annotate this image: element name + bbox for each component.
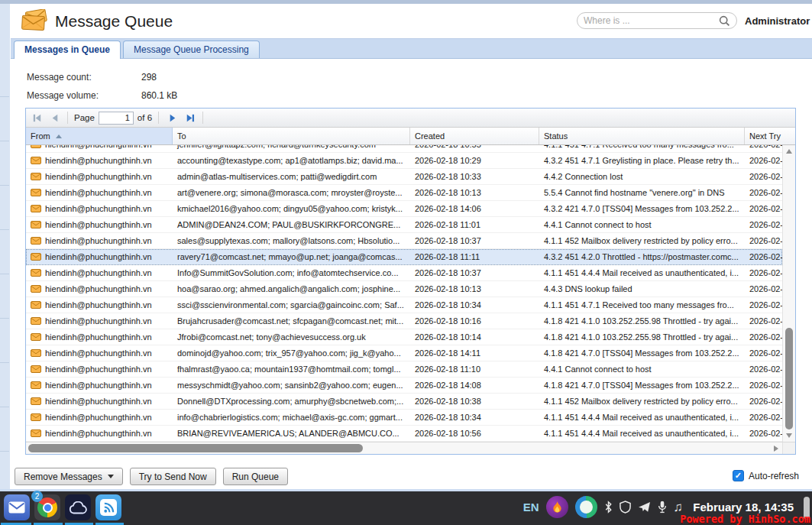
table-row[interactable]: hiendinh@phuchungthinh.vn jennifer@light… bbox=[26, 145, 782, 153]
auto-refresh-checkbox[interactable]: ✓ bbox=[733, 470, 744, 481]
created-cell: 2026-02-18 14:11 bbox=[410, 345, 539, 361]
scroll-up-icon[interactable] bbox=[783, 145, 795, 157]
message-queue-window: Message Queue Administrator Messages in … bbox=[11, 4, 812, 489]
bluetooth-icon[interactable] bbox=[604, 501, 613, 514]
column-header-from[interactable]: From bbox=[26, 128, 173, 144]
tab-message-queue-processing[interactable]: Message Queue Processing bbox=[123, 41, 260, 58]
last-page-icon[interactable] bbox=[183, 111, 196, 125]
remove-messages-button[interactable]: Remove Messages bbox=[15, 468, 123, 485]
envelope-icon bbox=[31, 413, 41, 421]
search-input[interactable] bbox=[584, 15, 716, 26]
envelope-icon bbox=[31, 269, 41, 277]
horizontal-scrollbar[interactable] bbox=[26, 442, 795, 454]
table-row[interactable]: hiendinh@phuchungthinh.vn admin@atlas-mu… bbox=[26, 169, 782, 185]
vertical-scrollbar-thumb[interactable] bbox=[785, 328, 793, 429]
created-cell: 2026-02-18 10:37 bbox=[410, 233, 539, 248]
table-row[interactable]: hiendinh@phuchungthinh.vn BRIAN@REVIVEAM… bbox=[26, 426, 782, 442]
column-header-next-try[interactable]: Next Try bbox=[745, 128, 795, 144]
shield-icon[interactable] bbox=[620, 501, 631, 514]
table-row[interactable]: hiendinh@phuchungthinh.vn Jfrobi@comcast… bbox=[26, 329, 782, 345]
to-cell: accounting@texastype.com; ap1@atotlamps.… bbox=[173, 153, 410, 168]
table-row[interactable]: hiendinh@phuchungthinh.vn accounting@tex… bbox=[26, 153, 782, 169]
envelope-icon bbox=[31, 429, 41, 437]
table-row[interactable]: hiendinh@phuchungthinh.vn ssci@sscienvir… bbox=[26, 297, 782, 313]
created-cell: 2026-02-18 10:37 bbox=[410, 265, 539, 280]
page-input[interactable] bbox=[99, 112, 134, 125]
from-cell: hiendinh@phuchungthinh.vn bbox=[26, 201, 173, 216]
table-row[interactable]: hiendinh@phuchungthinh.vn fhalmrast@yaoo… bbox=[26, 361, 782, 378]
status-cell: 4.4.3 DNS lookup failed bbox=[539, 281, 745, 297]
clock[interactable]: February 18, 14:35 bbox=[693, 501, 794, 514]
table-row[interactable]: hiendinh@phuchungthinh.vn ADMIN@DEAN24.C… bbox=[26, 217, 782, 233]
created-cell: 2026-02-18 10:16 bbox=[410, 313, 539, 329]
from-value: hiendinh@phuchungthinh.vn bbox=[45, 378, 152, 393]
status-cell: 4.1.8 421 4.7.0 [TSS04] Messages from 10… bbox=[539, 345, 745, 361]
to-cell: ravery71@comcast.net; mmayo@up.net; joan… bbox=[173, 249, 410, 264]
table-row[interactable]: hiendinh@phuchungthinh.vn kmichael2016@y… bbox=[26, 201, 782, 217]
table-row[interactable]: hiendinh@phuchungthinh.vn Donnell@DTXpro… bbox=[26, 394, 782, 410]
grid-header: From To Created Status Next Try bbox=[26, 128, 795, 145]
from-value: hiendinh@phuchungthinh.vn bbox=[45, 185, 152, 200]
created-cell: 2026-02-18 10:14 bbox=[410, 329, 539, 345]
to-cell: BRIAN@REVIVEAMERICA.US; ALANDER@ABMCU.CO… bbox=[173, 426, 410, 441]
telegram-icon[interactable] bbox=[638, 501, 651, 513]
table-row[interactable]: hiendinh@phuchungthinh.vn info@chabrierl… bbox=[26, 410, 782, 426]
vertical-scrollbar[interactable] bbox=[782, 145, 795, 442]
mail-app-icon[interactable] bbox=[4, 494, 30, 520]
try-to-send-now-button[interactable]: Try to Send Now bbox=[130, 468, 216, 485]
envelope-icon bbox=[31, 365, 41, 373]
from-cell: hiendinh@phuchungthinh.vn bbox=[26, 217, 173, 232]
flame-icon[interactable] bbox=[546, 496, 568, 518]
scroll-right-icon[interactable] bbox=[774, 446, 778, 452]
table-row[interactable]: hiendinh@phuchungthinh.vn messyschmidt@y… bbox=[26, 378, 782, 394]
next-page-icon[interactable] bbox=[165, 111, 179, 125]
from-value: hiendinh@phuchungthinh.vn bbox=[45, 281, 152, 297]
from-cell: hiendinh@phuchungthinh.vn bbox=[26, 153, 173, 168]
from-value: hiendinh@phuchungthinh.vn bbox=[45, 410, 152, 425]
scroll-down-icon[interactable] bbox=[783, 429, 795, 442]
to-cell: kmichael2016@yahoo.com; dingyu05@yahoo.c… bbox=[173, 201, 410, 216]
language-indicator[interactable]: EN bbox=[523, 501, 539, 514]
column-header-created[interactable]: Created bbox=[410, 128, 539, 144]
table-row[interactable]: hiendinh@phuchungthinh.vn Info@SummitGov… bbox=[26, 265, 782, 281]
message-volume-label: Message volume: bbox=[27, 90, 99, 101]
from-value: hiendinh@phuchungthinh.vn bbox=[45, 233, 152, 248]
status-cell: 4.1.8 421 4.7.0 [TSS04] Messages from 10… bbox=[539, 378, 745, 393]
run-queue-button[interactable]: Run Queue bbox=[223, 468, 288, 485]
tab-messages-in-queue[interactable]: Messages in Queue bbox=[14, 41, 121, 59]
toolbar-separator bbox=[67, 112, 68, 124]
table-row[interactable]: hiendinh@phuchungthinh.vn dominojd@yahoo… bbox=[26, 345, 782, 361]
table-row[interactable]: hiendinh@phuchungthinh.vn Brujahcrusader… bbox=[26, 313, 782, 329]
table-row[interactable]: hiendinh@phuchungthinh.vn hoa@sarao.org;… bbox=[26, 281, 782, 297]
status-cell: 4.4.1 Cannot connect to host bbox=[539, 217, 745, 232]
cloud-app-icon[interactable] bbox=[65, 494, 91, 520]
table-row[interactable]: hiendinh@phuchungthinh.vn ravery71@comca… bbox=[26, 249, 782, 265]
chrome-icon[interactable]: 2 bbox=[34, 494, 60, 520]
created-cell: 2026-02-18 11:10 bbox=[410, 361, 539, 377]
created-cell: 2026-02-18 11:01 bbox=[410, 217, 539, 232]
created-cell: 2026-02-18 10:55 bbox=[410, 145, 539, 152]
created-cell: 2026-02-18 10:13 bbox=[410, 281, 539, 297]
column-header-status[interactable]: Status bbox=[539, 128, 745, 144]
user-menu[interactable]: Administrator bbox=[745, 15, 812, 27]
action-bar: Remove Messages Try to Send Now Run Queu… bbox=[15, 468, 288, 485]
sync-icon[interactable] bbox=[575, 496, 597, 518]
search-icon[interactable] bbox=[719, 15, 730, 27]
column-label: From bbox=[31, 128, 50, 144]
to-cell: Info@SummitGovSolution.com; info@atomtec… bbox=[173, 265, 410, 280]
prev-page-icon[interactable] bbox=[47, 111, 61, 125]
status-cell: 4.1.1 451 4.4.4 Mail received as unauthe… bbox=[539, 265, 745, 280]
check-icon: ✓ bbox=[735, 472, 742, 480]
to-cell: ADMIN@DEAN24.COM; PAUL@BUSKIRKFORCONGRE.… bbox=[173, 217, 410, 232]
status-cell: 4.1.1 451 4.4.4 Mail received as unauthe… bbox=[539, 426, 745, 441]
table-row[interactable]: hiendinh@phuchungthinh.vn art@venere.org… bbox=[26, 185, 782, 201]
first-page-icon[interactable] bbox=[30, 111, 44, 125]
horizontal-scrollbar-thumb[interactable] bbox=[28, 444, 363, 452]
cast-app-icon[interactable] bbox=[95, 494, 121, 520]
from-value: hiendinh@phuchungthinh.vn bbox=[45, 145, 152, 152]
microphone-icon[interactable] bbox=[658, 501, 667, 514]
column-header-to[interactable]: To bbox=[173, 128, 410, 144]
created-cell: 2026-02-18 10:33 bbox=[410, 169, 539, 184]
to-cell: ssci@sscienvironmental.com; sgarcia@gain… bbox=[173, 297, 410, 313]
table-row[interactable]: hiendinh@phuchungthinh.vn sales@supplyte… bbox=[26, 233, 782, 249]
